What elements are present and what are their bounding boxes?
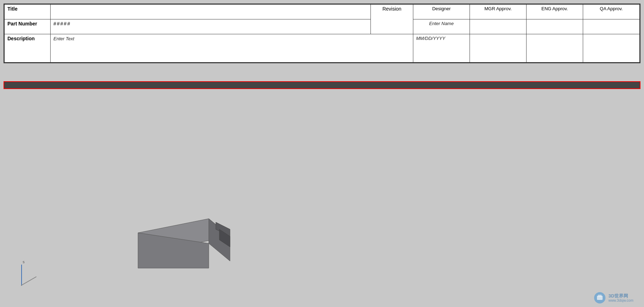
qa-header: QA Approv. [583, 5, 640, 19]
eng-name[interactable] [527, 19, 583, 34]
eng-date[interactable] [527, 34, 583, 63]
mgr-name[interactable] [470, 19, 527, 34]
part-number-label: Part Number [5, 19, 51, 34]
part-number-value[interactable]: ##### [51, 19, 371, 34]
title-label: Title [5, 5, 51, 19]
viewport-area: s 3D世界网 [4, 93, 640, 307]
designer-date[interactable]: MM/DD/YYYY [413, 34, 470, 63]
revision-label: Revision [374, 6, 410, 12]
svg-rect-7 [598, 295, 602, 297]
watermark-icon [593, 291, 606, 304]
title-value[interactable] [51, 5, 371, 19]
watermark-text-block: 3D世界网 www.3dsjw.com [608, 293, 633, 303]
designer-name[interactable]: Enter Name [413, 19, 470, 34]
mgr-header: MGR Approv. [470, 5, 527, 19]
watermark-url: www.3dsjw.com [608, 299, 633, 302]
axis-y-label: s [23, 260, 25, 264]
axis-x-line [21, 276, 36, 286]
3d-model [117, 190, 258, 289]
designer-header: Designer [413, 5, 470, 19]
revision-cell: Revision [371, 5, 413, 34]
main-container: Title Revision Designer MGR Approv. ENG … [0, 0, 644, 307]
title-block-table: Title Revision Designer MGR Approv. ENG … [4, 4, 640, 63]
mgr-date[interactable] [470, 34, 527, 63]
description-label: Description [5, 34, 51, 63]
axis-y-line [21, 265, 22, 286]
qa-date[interactable] [583, 34, 640, 63]
red-border-strip [4, 81, 640, 89]
title-block: Title Revision Designer MGR Approv. ENG … [4, 4, 640, 63]
axis-indicator: s [18, 258, 32, 286]
model-svg [117, 190, 258, 289]
eng-header: ENG Approv. [527, 5, 583, 19]
qa-name[interactable] [583, 19, 640, 34]
description-value[interactable]: Enter Text [51, 34, 413, 63]
watermark-brand: 3D世界网 [608, 293, 633, 299]
watermark: 3D世界网 www.3dsjw.com [593, 291, 633, 304]
